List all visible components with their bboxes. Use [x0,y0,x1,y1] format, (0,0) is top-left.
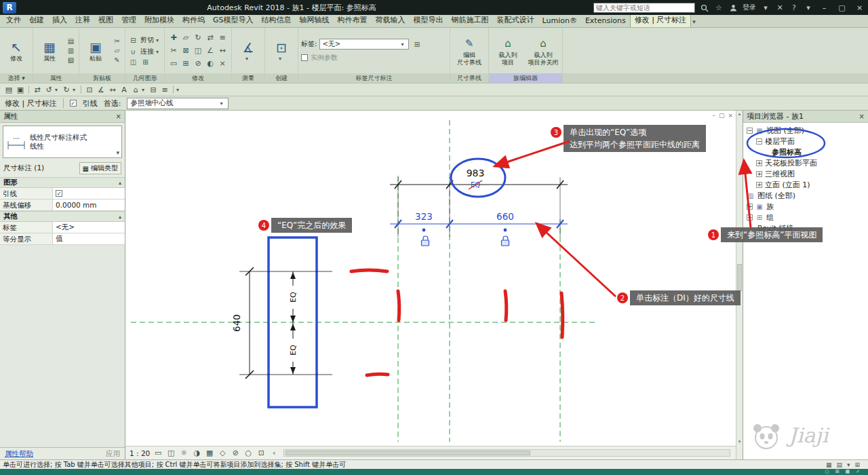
crop-view-icon[interactable]: ▦ [205,449,214,457]
dimension-640[interactable] [239,267,332,379]
offset-icon[interactable]: ◫ [192,44,204,57]
properties-help-link[interactable]: 属性帮助 [5,449,33,459]
family-types-icon[interactable]: ▤ [66,37,76,45]
tab-view[interactable]: 视图 [94,14,117,27]
project-browser-close-icon[interactable]: × [859,113,865,120]
stripe-icon-4[interactable]: ✓ [856,469,860,475]
family-params-icon[interactable]: ▧ [66,56,76,64]
eq-toggle-indicator[interactable]: EQ [469,180,482,189]
shadows-icon[interactable]: ◑ [192,449,201,457]
sync-icon[interactable]: ⇄ [32,86,43,94]
split-icon[interactable]: ✂ [167,44,180,57]
edit-type-button[interactable]: ▦ 编辑类型 [79,162,121,174]
match-type-icon[interactable]: ✎ [112,56,122,64]
tree-ref-level[interactable]: 参照标高 [743,147,868,157]
angle-icon[interactable]: ∠ [204,44,216,57]
view-minimize-icon[interactable]: – [712,112,715,119]
vertical-scrollbar[interactable]: ▴ ▾ [736,111,743,459]
tab-load-input[interactable]: 荷载输入 [372,14,410,27]
new-parameter-icon[interactable]: ⊞ [412,41,422,48]
tab-precast-design[interactable]: 装配式设计 [493,14,538,27]
tab-grid-axis[interactable]: 轴网轴线 [296,14,334,27]
tab-gs-import[interactable]: GS模型导入 [209,14,258,27]
tab-extensions[interactable]: Extensions [581,15,630,27]
expand-box-icon[interactable]: + [747,214,753,221]
undo-caret-icon[interactable]: ▾ [55,87,60,93]
panel-label-geometry[interactable]: 几何图形 [125,73,164,83]
tab-annotate[interactable]: 注释 [71,14,94,27]
panel-label-select[interactable]: 选择 ▾ [0,73,33,83]
padlock-icon-2[interactable] [502,236,509,246]
minimize-button[interactable]: – [818,3,831,12]
dim-983-value[interactable]: 983 [467,168,485,178]
dim-seg-323-value[interactable]: 323 [415,211,433,222]
sun-path-icon[interactable]: ☼ [179,449,189,457]
edit-witness-lines-button[interactable]: ✎ 编辑 尺寸界线 [453,36,486,66]
horizontal-scroll-thumb[interactable] [285,451,530,455]
expand-box-icon[interactable]: + [756,171,762,177]
dim-grip-1[interactable] [422,229,426,232]
restore-button[interactable]: ▢ [835,3,848,12]
customize-qat-caret-icon[interactable]: ▾ [176,87,182,93]
drawing-canvas[interactable]: – ▢ × 9 [125,111,743,459]
pin-icon[interactable]: ⊞ [180,57,192,70]
worksets-icon[interactable]: ▦ [826,461,832,468]
eq-display-field[interactable]: 值 [53,233,125,244]
padlock-icon-1[interactable] [422,236,429,246]
prefer-select[interactable]: 参照墙中心线 ▾ [127,98,229,109]
copy-icon[interactable]: ▱ [112,47,122,54]
show-crop-icon[interactable]: ◇ [218,449,227,457]
pin-geometry-icon[interactable]: ⊞ [140,58,151,66]
tab-model-export[interactable]: 模型导出 [410,14,448,27]
label-field[interactable]: <无> [53,222,125,233]
redo-caret-icon[interactable]: ▾ [73,87,78,93]
baseline-offset-field[interactable]: 0.0000 mm [53,200,125,210]
view-scale[interactable]: 1 : 20 [130,449,150,457]
scale-icon[interactable]: ↔ [216,44,229,57]
tab-addins[interactable]: 附加模块 [140,14,178,27]
apply-button[interactable]: 应用 [106,449,120,459]
unlocked-view-icon[interactable]: ⊘ [231,449,240,457]
cut-geometry-button[interactable]: ⊟ 剪切 ▾ [128,35,161,45]
measure-qat-icon[interactable]: ∡ [96,86,106,94]
favorites-star-icon[interactable]: ☆ [714,3,724,12]
help-caret-icon[interactable]: ▾ [804,3,813,12]
panel-label-clipboard[interactable]: 剪贴板 [79,73,125,83]
vertical-scroll-thumb[interactable] [737,264,742,291]
hide-isolate-icon[interactable]: ○ [243,449,253,457]
expand-box-icon[interactable]: + [747,204,753,210]
select-toggle-icon[interactable]: ⊞ [854,461,860,468]
panel-label-family-editor[interactable]: 族编辑器 [489,73,562,83]
cut-icon[interactable]: ✂ [112,37,122,45]
tag-select[interactable]: <无> ▾ [319,39,409,50]
panel-label-create[interactable]: 创建 [265,73,298,83]
tree-views-root[interactable]: − ▦ 视图 (全部) [743,125,868,136]
delete-icon[interactable]: × [216,57,229,70]
redo-icon[interactable]: ↻ [61,86,72,94]
tab-component-layout[interactable]: 构件布置 [334,14,372,27]
copy-tool-icon[interactable]: ▱ [180,31,192,44]
thin-lines-icon[interactable]: ≡ [159,86,170,94]
filter-icon[interactable]: ▾ [847,461,850,468]
tree-sheets[interactable]: ▥ 图纸 (全部) [743,190,868,201]
expand-box-icon[interactable]: + [756,160,762,166]
array-icon[interactable]: ▭ [167,57,180,70]
dim-seg-660-value[interactable]: 660 [496,211,514,222]
visual-style-icon[interactable]: ◫ [166,449,176,457]
unpin-icon[interactable]: ⊘ [192,57,204,70]
create-dimension-button[interactable]: ⊡ ▾ [268,40,295,62]
horizontal-scrollbar[interactable] [283,449,730,457]
type-selector[interactable]: 线性尺寸标注样式 线性 ▾ [3,126,122,158]
aligned-dimension-icon[interactable]: ↔ [107,86,118,94]
panel-label-measure[interactable]: 测量 [232,73,264,83]
scroll-left-icon[interactable]: ‹ [269,449,279,457]
family-category-icon[interactable]: ▥ [66,47,76,54]
login-caret-icon[interactable]: ▾ [761,3,770,12]
tree-ceiling-plans[interactable]: + 天花板投影平面 [743,157,868,168]
search-icon[interactable] [700,3,709,12]
collapse-box-icon[interactable]: − [756,138,762,145]
tab-structure-info[interactable]: 结构信息 [258,14,296,27]
3d-caret-icon[interactable]: ▾ [142,87,147,93]
rotate-icon[interactable]: ↻ [192,31,204,44]
move-icon[interactable]: ✚ [167,31,180,44]
